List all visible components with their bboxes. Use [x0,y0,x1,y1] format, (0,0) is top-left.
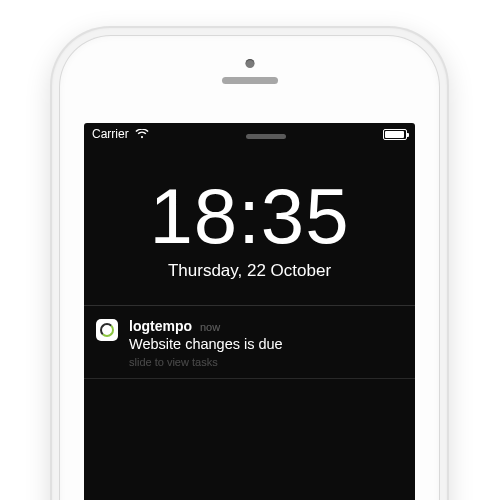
notification-time-label: now [200,321,220,333]
carrier-label: Carrier [92,127,129,141]
notification-body: Website changes is due [129,336,403,352]
battery-icon [383,129,407,140]
app-icon [96,319,118,341]
status-bar: Carrier [84,123,415,145]
wifi-icon [135,129,149,139]
time-label: 18:35 [84,177,415,255]
phone-screen: Carrier 18:35 T [84,123,415,500]
phone-speaker [222,77,278,84]
notification-card[interactable]: logtempo now Website changes is due slid… [84,306,415,379]
notification-hint: slide to view tasks [129,356,403,368]
front-camera [245,59,254,68]
grabber-handle[interactable] [246,134,286,139]
date-label: Thursday, 22 October [84,261,415,281]
lockscreen-clock: 18:35 Thursday, 22 October [84,177,415,281]
phone-frame: Carrier 18:35 T [52,28,447,500]
app-name-label: logtempo [129,318,192,334]
phone-bezel: Carrier 18:35 T [59,35,440,500]
